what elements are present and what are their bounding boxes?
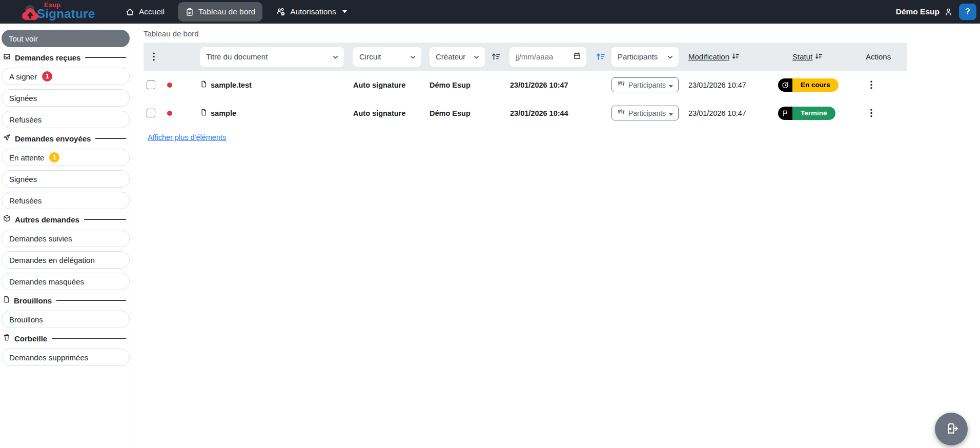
sidebar-section-header: Brouillons — [3, 295, 129, 306]
creator-name: Démo Esup — [430, 81, 471, 89]
people-icon — [617, 109, 625, 117]
unread-dot — [167, 111, 172, 116]
row-select-checkbox[interactable] — [147, 80, 155, 89]
table-header-row: Titre du document Circuit — [144, 43, 907, 71]
sidebar-item-tout-voir[interactable]: Tout voir — [2, 30, 130, 47]
file-icon — [200, 80, 208, 90]
section-divider — [95, 138, 126, 139]
section-divider — [52, 338, 126, 339]
nav-item-accueil[interactable]: Accueil — [118, 2, 172, 22]
file-icon — [3, 295, 10, 306]
sort-creation-date-icon[interactable] — [491, 51, 502, 62]
help-button[interactable]: ? — [959, 4, 976, 20]
sort-modification-header[interactable]: Modification — [688, 52, 740, 62]
sidebar-section-header: Corbeille — [3, 333, 129, 343]
document-title[interactable]: sample.test — [200, 80, 252, 90]
sidebar-section: Demandes reçues A signer1SignéesRefusées — [2, 52, 129, 128]
caret-down-icon — [669, 81, 673, 89]
logo-text: Esup Signature — [37, 2, 95, 20]
bulk-actions-menu-button[interactable] — [151, 50, 157, 63]
status-icon — [778, 107, 792, 120]
user-name[interactable]: Démo Esup — [896, 7, 940, 16]
file-icon — [200, 108, 208, 118]
table-row: sample.test Auto signature Démo Esup 23/… — [144, 71, 907, 99]
sort-icon — [732, 52, 740, 62]
sidebar-section-header: Autres demandes — [3, 214, 129, 225]
circuit-filter-select[interactable]: Circuit — [353, 47, 421, 67]
nav-item-autorisations[interactable]: Autorisations — [269, 2, 354, 22]
inbox-icon — [3, 52, 11, 63]
creation-date: 23/01/2026 10:47 — [510, 81, 568, 89]
sidebar-item-refusees[interactable]: Refusées — [2, 192, 130, 209]
modification-date: 23/01/2026 10:47 — [688, 109, 746, 117]
sidebar-section: Corbeille Demandes supprimées — [2, 333, 129, 366]
sidebar-item-signees[interactable]: Signées — [2, 170, 130, 188]
logo-signature: Signature — [37, 8, 95, 20]
nav-item-tableau-de-bord[interactable]: Tableau de bord — [178, 2, 262, 22]
circuit-filter-select-wrap: Circuit — [353, 47, 421, 67]
sidebar-item-label: Demandes supprimées — [9, 353, 88, 362]
sort-statut-header[interactable]: Statut — [792, 52, 823, 62]
sidebar-section: Brouillons Brouillons — [2, 295, 129, 328]
workflow-name: Auto signature — [353, 109, 405, 117]
sidebar-item-label: Demandes suivies — [9, 234, 72, 243]
creator-filter-select-wrap: Créateur — [430, 47, 485, 67]
sidebar-section-items: En attente1SignéesRefusées — [2, 149, 129, 209]
users-gear-icon — [276, 7, 286, 17]
sidebar-item-a-signer[interactable]: A signer1 — [2, 68, 130, 85]
sidebar-item-demandes-masquees[interactable]: Demandes masquées — [2, 273, 130, 290]
sidebar-item-label: Brouillons — [9, 315, 43, 324]
caret-down-icon — [669, 109, 673, 117]
document-title[interactable]: sample — [200, 108, 236, 118]
sidebar-section: Demandes envoyées En attente1SignéesRefu… — [2, 133, 129, 209]
sidebar-item-signees[interactable]: Signées — [2, 89, 130, 107]
sidebar-item-en-attente[interactable]: En attente1 — [2, 149, 130, 166]
documents-table: Titre du document Circuit — [144, 43, 907, 148]
date-filter-input[interactable] — [516, 52, 573, 61]
sidebar-section-items: Demandes supprimées — [2, 349, 129, 366]
title-filter-select-wrap: Titre du document — [200, 47, 344, 67]
row-actions-menu-button[interactable] — [868, 78, 874, 91]
sidebar-section-items: Brouillons — [2, 311, 129, 328]
top-navbar: Esup Signature Accueil Tableau de bord — [0, 0, 980, 24]
sidebar-section-header: Demandes envoyées — [3, 133, 129, 144]
nav-item-label: Tableau de bord — [198, 7, 255, 16]
sidebar-section: Autres demandes Demandes suiviesDemandes… — [2, 214, 129, 290]
people-icon — [617, 80, 625, 89]
count-badge: 1 — [49, 152, 59, 162]
status-badge: En cours — [778, 78, 839, 92]
participants-dropdown-button[interactable]: Participants — [611, 77, 679, 92]
nav-item-label: Autorisations — [290, 7, 336, 16]
sidebar-item-refusees[interactable]: Refusées — [2, 111, 130, 128]
title-filter-select[interactable]: Titre du document — [200, 47, 344, 67]
nav-item-label: Accueil — [139, 7, 165, 16]
table-row: sample Auto signature Démo Esup 23/01/20… — [144, 99, 907, 127]
participants-filter-select[interactable]: Participants — [611, 47, 679, 67]
status-badge: Terminé — [778, 107, 835, 120]
sidebar-item-demandes-suivies[interactable]: Demandes suivies — [2, 230, 130, 247]
sort-icon — [815, 52, 823, 62]
unread-dot — [167, 83, 172, 88]
sidebar-item-label: Refusées — [9, 115, 42, 124]
person-icon — [944, 7, 953, 16]
home-icon — [125, 7, 135, 17]
sort-date-active-icon[interactable] — [595, 51, 606, 62]
sidebar-item-demandes-en-delegation[interactable]: Demandes en délégation — [2, 251, 130, 269]
app-logo[interactable]: Esup Signature — [19, 2, 117, 22]
sidebar-section-header: Demandes reçues — [3, 52, 129, 63]
creator-name: Démo Esup — [430, 109, 471, 117]
row-actions-menu-button[interactable] — [868, 107, 874, 119]
nav-menu: Accueil Tableau de bord Autorisations — [118, 2, 354, 22]
participants-dropdown-button[interactable]: Participants — [611, 106, 679, 120]
sidebar-item-brouillons[interactable]: Brouillons — [2, 311, 130, 328]
show-more-link[interactable]: Afficher plus d'éléments — [148, 133, 226, 141]
calendar-icon — [573, 52, 581, 62]
section-divider — [84, 219, 126, 220]
sidebar-item-demandes-supprimees[interactable]: Demandes supprimées — [2, 349, 130, 366]
page-title: Tableau de bord — [144, 29, 980, 38]
logout-fab-button[interactable] — [935, 413, 968, 445]
creator-filter-select[interactable]: Créateur — [430, 47, 485, 67]
row-select-checkbox[interactable] — [147, 109, 155, 117]
sidebar-item-label: Signées — [9, 94, 37, 103]
status-icon — [778, 78, 792, 92]
